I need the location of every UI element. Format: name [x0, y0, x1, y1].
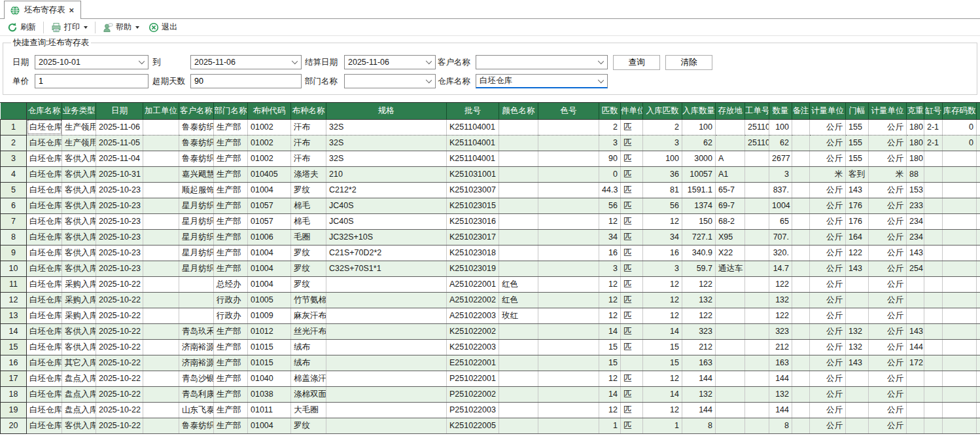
table-cell[interactable]: 毛圈	[291, 229, 326, 245]
table-cell[interactable]	[792, 166, 810, 182]
table-cell[interactable]: A251022003	[447, 308, 499, 323]
column-header[interactable]: 件单位	[621, 103, 643, 119]
table-cell[interactable]: K251031001	[447, 166, 499, 182]
table-cell[interactable]: 客到	[846, 166, 869, 182]
table-cell[interactable]	[499, 339, 538, 355]
table-cell[interactable]: 65	[769, 213, 792, 229]
table-cell[interactable]: 837.	[769, 182, 792, 198]
table-cell[interactable]	[716, 418, 745, 433]
table-cell[interactable]	[499, 261, 538, 276]
table-cell[interactable]: 2025-10-22	[96, 292, 143, 308]
table-cell[interactable]: 客供入库	[62, 245, 96, 261]
table-cell[interactable]	[745, 292, 769, 308]
table-cell[interactable]: 罗纹	[291, 261, 326, 276]
table-cell[interactable]: 白坯仓库	[27, 418, 62, 433]
column-header[interactable]: 日期	[96, 103, 143, 119]
table-cell[interactable]: 01057	[248, 198, 291, 213]
table-cell[interactable]: K251022005	[447, 418, 499, 433]
column-header[interactable]: 批号	[447, 103, 499, 119]
clear-button[interactable]: 清除	[665, 55, 712, 70]
table-cell[interactable]	[716, 276, 745, 292]
table-cell[interactable]	[745, 261, 769, 276]
table-cell[interactable]: 生产部	[214, 229, 248, 245]
table-cell[interactable]: 88	[907, 166, 924, 182]
table-cell[interactable]: 公斤	[869, 229, 907, 245]
table-cell[interactable]	[143, 119, 179, 135]
table-cell[interactable]: 公斤	[810, 418, 846, 433]
table-cell[interactable]	[143, 355, 179, 371]
table-cell[interactable]: 62	[682, 135, 716, 151]
table-cell[interactable]	[745, 355, 769, 371]
table-cell[interactable]: 12	[643, 402, 682, 418]
department-combobox[interactable]	[344, 74, 436, 88]
table-cell[interactable]	[143, 198, 179, 213]
table-cell[interactable]	[977, 418, 980, 433]
table-cell[interactable]	[943, 213, 977, 229]
date-from-combobox[interactable]: 2025-10-01	[35, 55, 149, 69]
table-cell[interactable]: 25110	[745, 135, 769, 151]
table-cell[interactable]	[716, 371, 745, 386]
column-header[interactable]: 匹数	[599, 103, 621, 119]
table-cell[interactable]	[499, 135, 538, 151]
table-cell[interactable]	[745, 213, 769, 229]
table-cell[interactable]: 匹	[621, 119, 643, 135]
table-cell[interactable]: 01006	[248, 229, 291, 245]
table-cell[interactable]: 150	[682, 213, 716, 229]
column-header[interactable]: 布种代码	[248, 103, 291, 119]
table-cell[interactable]: 144	[769, 402, 792, 418]
table-cell[interactable]	[143, 386, 179, 402]
table-cell[interactable]: 2	[643, 119, 682, 135]
table-cell[interactable]: 济南裕源	[179, 355, 214, 371]
table-cell[interactable]: K251104001	[447, 119, 499, 135]
table-cell[interactable]: 客供入库	[62, 213, 96, 229]
help-button[interactable]: 帮助	[99, 20, 143, 34]
table-cell[interactable]	[143, 402, 179, 418]
table-cell[interactable]: 公斤	[810, 119, 846, 135]
table-cell[interactable]: 白坯仓库	[27, 323, 62, 339]
table-cell[interactable]: 匹	[621, 135, 643, 151]
table-cell[interactable]	[499, 182, 538, 198]
table-cell[interactable]: 01012	[248, 323, 291, 339]
table-row[interactable]: 20白坯仓库客供入库2025-10-22鲁泰纺织生产部01004罗纹K25102…	[1, 418, 980, 433]
table-cell[interactable]: C212*2	[326, 182, 447, 198]
table-row[interactable]: 4白坯仓库客供入库2025-10-31嘉兴飓慧生产部010405涤塔夫210K2…	[1, 166, 980, 182]
table-cell[interactable]: 鲁泰纺织	[179, 418, 214, 433]
table-cell[interactable]: 56	[599, 198, 621, 213]
table-cell[interactable]	[143, 308, 179, 323]
table-cell[interactable]	[846, 292, 869, 308]
table-cell[interactable]: 生产领用	[62, 135, 96, 151]
column-header[interactable]: 入库匹数	[643, 103, 682, 119]
date-to-combobox[interactable]: 2025-11-06	[190, 55, 302, 69]
table-cell[interactable]	[846, 386, 869, 402]
table-cell[interactable]: X22	[716, 245, 745, 261]
table-cell[interactable]: 180	[907, 151, 924, 166]
table-cell[interactable]: 122	[682, 308, 716, 323]
table-cell[interactable]	[943, 386, 977, 402]
table-cell[interactable]	[907, 371, 924, 386]
table-row[interactable]: 2白坯仓库生产领用2025-11-05鲁泰纺织生产部01002汗布32SK251…	[1, 135, 980, 151]
table-cell[interactable]	[792, 402, 810, 418]
table-row[interactable]: 19白坯仓库盘点入库2025-10-22山东飞泰生产部01011大毛圈P2510…	[1, 402, 980, 418]
column-header[interactable]: 色号	[538, 103, 599, 119]
column-header[interactable]: 入库数量	[682, 103, 716, 119]
table-cell[interactable]: 8	[769, 418, 792, 433]
table-cell[interactable]: 米	[869, 166, 907, 182]
table-cell[interactable]	[907, 276, 924, 292]
table-cell[interactable]: 匹	[621, 182, 643, 198]
table-cell[interactable]: 323	[682, 323, 716, 339]
table-cell[interactable]: 匹	[621, 339, 643, 355]
table-cell[interactable]: 122	[769, 276, 792, 292]
table-cell[interactable]: 153	[907, 182, 924, 198]
table-cell[interactable]	[792, 213, 810, 229]
table-cell[interactable]	[745, 386, 769, 402]
table-cell[interactable]	[943, 323, 977, 339]
table-cell[interactable]	[538, 323, 599, 339]
table-cell[interactable]: 2025-10-23	[96, 213, 143, 229]
table-cell[interactable]: 采购入库	[62, 308, 96, 323]
table-cell[interactable]: 采购入库	[62, 276, 96, 292]
table-cell[interactable]: 米	[810, 166, 846, 182]
table-cell[interactable]: 1	[643, 418, 682, 433]
table-cell[interactable]: 69-7	[716, 198, 745, 213]
table-cell[interactable]	[924, 276, 943, 292]
table-cell[interactable]: 1004	[769, 198, 792, 213]
